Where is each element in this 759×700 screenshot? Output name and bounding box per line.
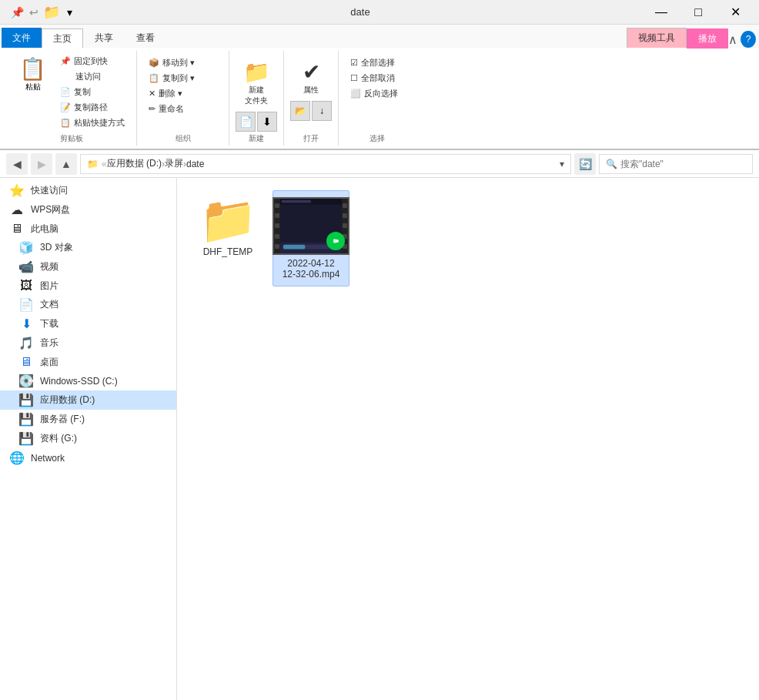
sidebar-item-downloads[interactable]: ⬇ 下载 bbox=[0, 314, 176, 333]
copy-path-button[interactable]: 📝 复制路径 bbox=[55, 100, 130, 114]
paste-shortcut-button[interactable]: 📋 粘贴快捷方式 bbox=[55, 116, 130, 129]
address-dropdown-icon[interactable]: ▾ bbox=[560, 159, 564, 169]
ribbon-content: 📋 粘贴 📌 固定到快 速访问 📄 复制 bbox=[0, 48, 759, 149]
tab-file[interactable]: 文件 bbox=[2, 28, 42, 48]
tab-playback[interactable]: 播放 bbox=[687, 28, 728, 49]
tab-share[interactable]: 共享 bbox=[83, 28, 125, 48]
ribbon-collapse-icon[interactable]: ∧ bbox=[728, 32, 737, 47]
sidebar-item-3d[interactable]: 🧊 3D 对象 bbox=[0, 238, 176, 257]
desktop-icon: 🖥 bbox=[18, 355, 34, 369]
window-controls: — □ ✕ bbox=[644, 0, 753, 25]
title-bar-left: 📌 ↩ 📁 ▾ bbox=[6, 4, 77, 21]
properties-icon: ✔ bbox=[303, 59, 320, 85]
copy-to-button[interactable]: 📋 复制到 ▾ bbox=[143, 71, 222, 85]
maximize-button[interactable]: □ bbox=[680, 0, 716, 25]
clipboard-group: 📋 粘贴 📌 固定到快 速访问 📄 复制 bbox=[6, 51, 137, 146]
paste-sc-icon: 📋 bbox=[60, 118, 71, 128]
forward-button[interactable]: ▶ bbox=[31, 153, 52, 175]
refresh-button[interactable]: 🔄 bbox=[574, 153, 596, 175]
breadcrumb-part2[interactable]: 录屏 bbox=[165, 157, 183, 170]
folder-dhf-temp[interactable]: 📁 DHF_TEMP bbox=[189, 190, 266, 264]
delete-button[interactable]: ✕ 删除 ▾ bbox=[143, 86, 222, 100]
dropdown-qat-button[interactable]: ▾ bbox=[62, 5, 77, 20]
sidebar-item-videos[interactable]: 📹 视频 bbox=[0, 257, 176, 276]
quick-access-icon: ⭐ bbox=[9, 183, 25, 198]
copy-label: 复制 bbox=[74, 86, 91, 98]
invert-select-button[interactable]: ⬜ 反向选择 bbox=[345, 86, 410, 100]
sidebar-item-data[interactable]: 💾 资料 (G:) bbox=[0, 429, 176, 448]
select-none-icon: ☐ bbox=[350, 73, 358, 83]
sidebar-item-windows-ssd[interactable]: 💽 Windows-SSD (C:) bbox=[0, 371, 176, 390]
pin-quickaccess-button[interactable]: 📌 固定到快 bbox=[55, 54, 130, 68]
tab-home[interactable]: 主页 bbox=[42, 28, 83, 49]
new-item-button1[interactable]: 📄 bbox=[236, 112, 256, 132]
3d-label: 3D 对象 bbox=[40, 241, 73, 254]
copy-button[interactable]: 📄 复制 bbox=[55, 85, 130, 99]
main-layout: ⭐ 快速访问 ☁ WPS网盘 🖥 此电脑 🧊 3D 对象 📹 视频 🖼 图片 📄… bbox=[0, 178, 759, 700]
select-all-button[interactable]: ☑ 全部选择 bbox=[345, 55, 410, 69]
paste-label: 粘贴 bbox=[25, 82, 41, 92]
pin-qat-button[interactable]: 📌 bbox=[9, 5, 25, 20]
sidebar-item-this-pc[interactable]: 🖥 此电脑 bbox=[0, 219, 176, 238]
copy-path-icon: 📝 bbox=[60, 102, 71, 112]
new-label: 新建 bbox=[249, 132, 264, 144]
sidebar-item-server[interactable]: 💾 服务器 (F:) bbox=[0, 410, 176, 429]
breadcrumb-part1[interactable]: 应用数据 (D:) bbox=[107, 157, 162, 170]
search-bar[interactable]: 🔍 bbox=[599, 154, 753, 174]
sidebar-item-pictures[interactable]: 🖼 图片 bbox=[0, 276, 176, 295]
data-icon: 💾 bbox=[18, 431, 34, 446]
pictures-icon: 🖼 bbox=[18, 279, 34, 293]
search-icon: 🔍 bbox=[606, 159, 617, 169]
sidebar-item-quick-access[interactable]: ⭐ 快速访问 bbox=[0, 181, 176, 200]
invert-icon: ⬜ bbox=[350, 89, 361, 99]
minimize-button[interactable]: — bbox=[644, 0, 679, 25]
sidebar-item-app-data[interactable]: 💾 应用数据 (D:) bbox=[0, 390, 176, 410]
network-label: Network bbox=[31, 453, 65, 464]
close-button[interactable]: ✕ bbox=[717, 0, 753, 25]
new-folder-label: 新建文件夹 bbox=[245, 85, 268, 106]
search-input[interactable] bbox=[620, 159, 746, 169]
back-button[interactable]: ◀ bbox=[6, 153, 28, 175]
3d-icon: 🧊 bbox=[18, 240, 34, 255]
app-data-icon: 💾 bbox=[18, 393, 34, 407]
folder-icon: 📁 bbox=[43, 4, 60, 21]
open2-button[interactable]: ↓ bbox=[312, 101, 332, 121]
server-label: 服务器 (F:) bbox=[40, 413, 85, 426]
delete-icon: ✕ bbox=[149, 89, 155, 99]
pin-quickaccess-label2[interactable]: 速访问 bbox=[55, 69, 130, 83]
desktop-label: 桌面 bbox=[40, 356, 59, 369]
open-button[interactable]: 📂 bbox=[290, 101, 310, 121]
sidebar: ⭐ 快速访问 ☁ WPS网盘 🖥 此电脑 🧊 3D 对象 📹 视频 🖼 图片 📄… bbox=[0, 178, 177, 700]
tab-videotools[interactable]: 视频工具 bbox=[627, 28, 687, 48]
svg-point-7 bbox=[336, 239, 339, 243]
videos-label: 视频 bbox=[40, 260, 59, 273]
network-icon: 🌐 bbox=[9, 450, 25, 465]
rename-button[interactable]: ✏ 重命名 bbox=[143, 102, 222, 116]
new-folder-button[interactable]: 📁 新建文件夹 bbox=[239, 55, 274, 110]
breadcrumb-part3[interactable]: date bbox=[186, 159, 204, 169]
sidebar-item-music[interactable]: 🎵 音乐 bbox=[0, 333, 176, 353]
up-button[interactable]: ▲ bbox=[55, 153, 77, 175]
move-label: 移动到 ▾ bbox=[162, 57, 195, 69]
copyto-icon: 📋 bbox=[149, 73, 159, 83]
address-bar[interactable]: 📁 « 应用数据 (D:) › 录屏 › date ▾ bbox=[80, 154, 571, 174]
tab-view[interactable]: 查看 bbox=[125, 28, 166, 48]
window-title: date bbox=[77, 6, 644, 18]
paste-sc-label: 粘贴快捷方式 bbox=[74, 117, 125, 129]
open2-icon: ↓ bbox=[319, 106, 324, 116]
move-to-button[interactable]: 📦 移动到 ▾ bbox=[143, 55, 222, 69]
file-video[interactable]: 2022-04-1212-32-06.mp4 bbox=[273, 190, 349, 286]
select-none-button[interactable]: ☐ 全部取消 bbox=[345, 71, 410, 85]
this-pc-icon: 🖥 bbox=[9, 222, 25, 236]
undo-qat-button[interactable]: ↩ bbox=[26, 5, 42, 20]
select-group: ☑ 全部选择 ☐ 全部取消 ⬜ 反向选择 选择 bbox=[339, 51, 416, 146]
properties-button[interactable]: ✔ 属性 bbox=[296, 55, 326, 99]
paste-button[interactable]: 📋 粘贴 bbox=[12, 52, 53, 95]
sidebar-item-desktop[interactable]: 🖥 桌面 bbox=[0, 353, 176, 371]
sidebar-item-documents[interactable]: 📄 文档 bbox=[0, 295, 176, 314]
new-item-button2[interactable]: ⬇ bbox=[257, 112, 277, 132]
sidebar-item-wps-cloud[interactable]: ☁ WPS网盘 bbox=[0, 200, 176, 219]
help-button[interactable]: ? bbox=[741, 31, 756, 48]
sidebar-item-network[interactable]: 🌐 Network bbox=[0, 448, 176, 467]
windows-ssd-icon: 💽 bbox=[18, 373, 34, 388]
